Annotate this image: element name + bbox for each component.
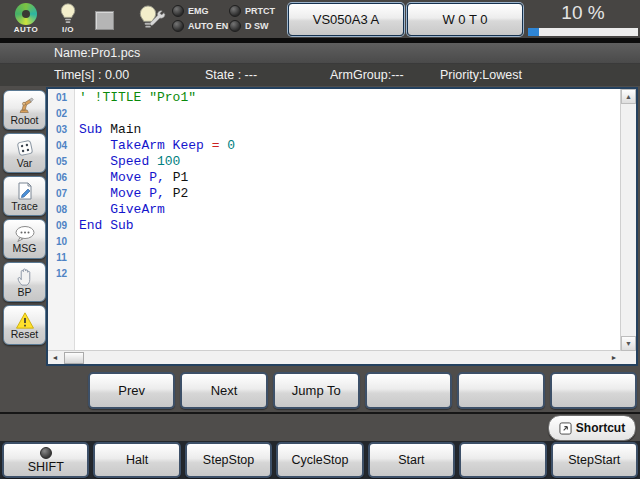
d-sw-indicator: D SW	[229, 20, 275, 32]
prtct-lamp-icon	[229, 5, 241, 17]
wrench-icon	[147, 7, 167, 31]
prev-button[interactable]: Prev	[88, 372, 175, 409]
scroll-right-icon[interactable]: ►	[607, 351, 621, 364]
shift-button[interactable]: SHIFT	[2, 442, 89, 478]
sidebar-label-bp: BP	[17, 287, 31, 298]
program-state: State : ---	[205, 68, 257, 82]
code-editor[interactable]: 01' !TITLE "Pro1"0203Sub Main04 TakeArm …	[46, 87, 638, 366]
line-number: 02	[48, 106, 75, 122]
sidebar-label-msg: MSG	[13, 243, 37, 254]
line-number: 11	[48, 250, 75, 266]
stepstart-button[interactable]: StepStart	[551, 442, 638, 478]
program-time: Time[s] : 0.00	[54, 68, 129, 82]
line-number: 12	[48, 266, 75, 282]
indicator-column-left: EMG AUTO EN	[172, 5, 228, 32]
blank-action-button[interactable]	[459, 442, 546, 478]
sidebar-item-bp[interactable]: BP	[3, 262, 46, 302]
blank-nav-button-3[interactable]	[550, 372, 637, 409]
prtct-indicator: PRTCT	[229, 5, 275, 17]
d-sw-lamp-icon	[229, 20, 241, 32]
robot-type-button[interactable]: VS050A3 A	[288, 3, 404, 36]
horizontal-scrollbar[interactable]: ◄ ►	[48, 350, 621, 364]
program-status-bar: Time[s] : 0.00 State : --- ArmGroup:--- …	[0, 64, 640, 86]
io-button[interactable]: I/O	[50, 3, 86, 34]
top-toolbar: AUTO I/O EMG	[0, 0, 640, 38]
auto-mode-button[interactable]: AUTO	[8, 3, 44, 34]
work-tool-button[interactable]: W 0 T 0	[407, 3, 523, 36]
scroll-left-icon[interactable]: ◄	[48, 351, 62, 364]
emg-label: EMG	[188, 6, 209, 16]
scroll-up-icon[interactable]: ▲	[621, 89, 636, 104]
line-number: 01	[48, 90, 75, 106]
program-name: Name:Pro1.pcs	[54, 46, 140, 60]
sidebar-item-msg[interactable]: MSG	[3, 219, 46, 259]
io-lamp-icon	[59, 3, 77, 25]
blank-nav-button-1[interactable]	[365, 372, 452, 409]
auto-en-lamp-icon	[172, 20, 184, 32]
code-line: 08 GiveArm	[48, 202, 621, 218]
code-line: 02	[48, 106, 621, 122]
line-number: 07	[48, 186, 75, 202]
program-priority: Priority:Lowest	[440, 68, 522, 82]
line-number: 09	[48, 218, 75, 234]
stepstop-button[interactable]: StepStop	[185, 442, 272, 478]
action-button-row: SHIFT Halt StepStop CycleStop Start Step…	[0, 441, 640, 479]
code-line: 01' !TITLE "Pro1"	[48, 90, 621, 106]
sidebar-item-var[interactable]: Var	[3, 133, 46, 173]
speed-progress-bar	[528, 28, 638, 36]
line-number: 04	[48, 138, 75, 154]
auto-en-label: AUTO EN	[188, 21, 228, 31]
hand-icon	[16, 267, 34, 287]
program-armgroup: ArmGroup:---	[330, 68, 404, 82]
line-text: End Sub	[75, 218, 134, 234]
scrollbar-corner	[621, 351, 636, 364]
next-button[interactable]: Next	[180, 372, 267, 409]
sidebar-item-robot[interactable]: Robot	[3, 90, 46, 130]
robot-arm-icon	[15, 95, 35, 115]
warning-triangle-icon	[15, 312, 35, 329]
start-button[interactable]: Start	[368, 442, 455, 478]
shortcut-icon	[559, 422, 572, 435]
sidebar-item-reset[interactable]: Reset	[3, 305, 46, 345]
line-number: 08	[48, 202, 75, 218]
horizontal-scroll-thumb[interactable]	[64, 352, 84, 364]
halt-button[interactable]: Halt	[93, 442, 180, 478]
nav-button-row: Prev Next Jump To	[0, 368, 640, 412]
line-text: Sub Main	[75, 122, 141, 138]
scroll-down-icon[interactable]: ▼	[621, 336, 636, 351]
trace-document-icon	[15, 181, 35, 201]
sidebar-label-trace: Trace	[11, 201, 37, 212]
sidebar-label-robot: Robot	[10, 115, 38, 126]
indicator-column-right: PRTCT D SW	[229, 5, 275, 32]
blank-nav-button-2[interactable]	[457, 372, 544, 409]
cyclestop-button[interactable]: CycleStop	[276, 442, 363, 478]
shift-lamp-icon	[40, 447, 52, 459]
auto-mode-swirl-icon	[15, 3, 37, 25]
sidebar-label-var: Var	[17, 158, 33, 169]
code-line: 10	[48, 234, 621, 250]
program-name-bar: Name:Pro1.pcs	[0, 43, 640, 64]
stop-square-icon[interactable]	[95, 11, 114, 30]
line-text: ' !TITLE "Pro1"	[75, 90, 196, 106]
sidebar-item-trace[interactable]: Trace	[3, 176, 46, 216]
line-number: 06	[48, 170, 75, 186]
shortcut-label: Shortcut	[576, 421, 625, 435]
line-number: 03	[48, 122, 75, 138]
message-bubble-icon	[14, 225, 36, 243]
shortcut-button[interactable]: Shortcut	[548, 415, 636, 441]
code-line: 06 Move P, P1	[48, 170, 621, 186]
line-text: Speed 100	[75, 154, 180, 170]
io-label: I/O	[62, 25, 74, 34]
line-text: GiveArm	[75, 202, 165, 218]
vertical-scrollbar[interactable]: ▲ ▼	[620, 89, 636, 351]
line-text	[75, 250, 79, 266]
dice-icon	[15, 138, 35, 158]
jump-to-button[interactable]: Jump To	[273, 372, 360, 409]
teach-pendant-screen: AUTO I/O EMG	[0, 0, 640, 479]
speed-progress-fill	[528, 28, 539, 36]
line-text: Move P, P2	[75, 186, 188, 202]
code-line: 03Sub Main	[48, 122, 621, 138]
code-line: 07 Move P, P2	[48, 186, 621, 202]
maintenance-button[interactable]	[147, 7, 167, 35]
emg-lamp-icon	[172, 5, 184, 17]
